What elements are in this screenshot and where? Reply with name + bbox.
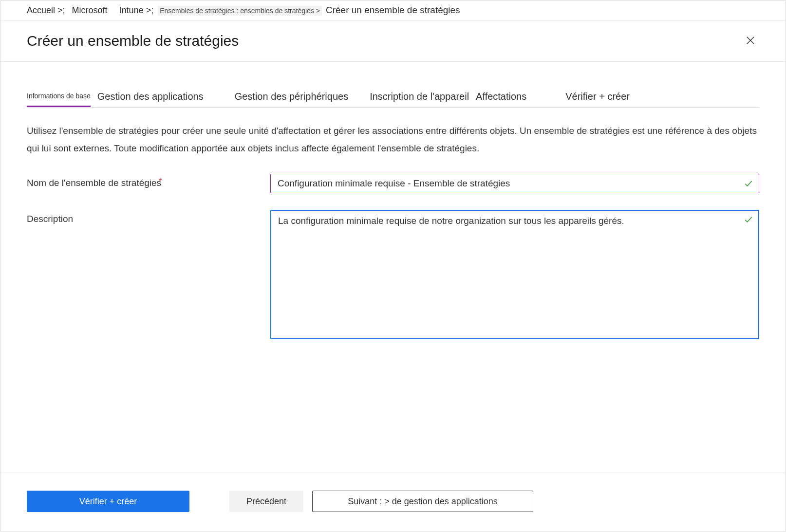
intro-text: Utilisez l'ensemble de stratégies pour c… xyxy=(27,122,758,157)
page-container: Accueil >; Microsoft Intune >; Ensembles… xyxy=(0,0,786,532)
previous-button[interactable]: Précédent xyxy=(229,491,303,512)
tab-app-management[interactable]: Gestion des applications xyxy=(97,91,204,107)
content-area: Informations de base Gestion des applica… xyxy=(0,62,786,473)
policy-set-name-input[interactable] xyxy=(270,174,759,193)
breadcrumb-microsoft[interactable]: Microsoft xyxy=(72,5,108,16)
tab-device-enrollment[interactable]: Inscription de l'appareil xyxy=(370,91,469,107)
description-input-wrap xyxy=(270,210,759,341)
description-textarea[interactable] xyxy=(270,210,759,339)
page-header: Créer un ensemble de stratégies xyxy=(0,20,786,62)
form-row-description: Description xyxy=(27,210,759,341)
tab-assignments[interactable]: Affectations xyxy=(476,91,526,107)
description-label: Description xyxy=(27,210,270,224)
breadcrumb-intune[interactable]: Intune >; xyxy=(119,5,154,16)
close-button[interactable] xyxy=(742,32,759,50)
checkmark-icon xyxy=(744,215,753,224)
breadcrumb: Accueil >; Microsoft Intune >; Ensembles… xyxy=(0,0,786,20)
breadcrumb-current: Créer un ensemble de stratégies xyxy=(326,5,460,16)
tab-basics[interactable]: Informations de base xyxy=(27,92,91,107)
name-label: Nom de l'ensemble de stratégies* xyxy=(27,174,270,188)
review-create-button[interactable]: Vérifier + créer xyxy=(27,491,189,512)
checkmark-icon xyxy=(744,179,753,188)
name-input-wrap xyxy=(270,174,759,193)
wizard-footer: Vérifier + créer Précédent Suivant : > d… xyxy=(0,473,786,532)
tab-review-create[interactable]: Vérifier + créer xyxy=(565,91,630,107)
breadcrumb-home[interactable]: Accueil >; xyxy=(27,5,65,16)
form-row-name: Nom de l'ensemble de stratégies* xyxy=(27,174,759,193)
required-star-icon: * xyxy=(159,177,162,185)
close-icon xyxy=(745,35,756,47)
tab-device-management[interactable]: Gestion des périphériques xyxy=(235,91,348,107)
breadcrumb-policy-sets[interactable]: Ensembles de stratégies : ensembles de s… xyxy=(158,6,322,16)
name-label-text: Nom de l'ensemble de stratégies xyxy=(27,178,161,188)
wizard-tabs: Informations de base Gestion des applica… xyxy=(27,91,759,108)
next-button[interactable]: Suivant : > de gestion des applications xyxy=(312,491,533,512)
page-title: Créer un ensemble de stratégies xyxy=(27,33,239,49)
